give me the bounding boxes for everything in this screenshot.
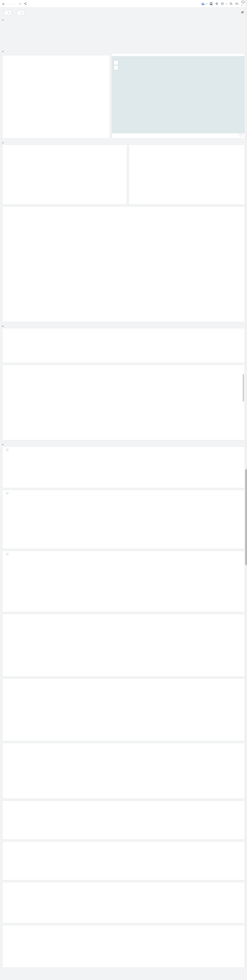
precipitation-panel (2, 882, 245, 923)
wind-speed-legend (3, 681, 244, 683)
top-navbar: ≡ › › › ☆ ▾ ⚙ ▾ ⟳▾ (0, 0, 247, 8)
navbar-actions: ▾ ⚙ ▾ ⟳▾ ▾ (202, 1, 245, 6)
refresh-icon[interactable]: ⟳▾ (235, 2, 239, 5)
info-icon[interactable]: ⓘ (6, 448, 8, 452)
dashboard-page: ≡ › › › ☆ ▾ ⚙ ▾ ⟳▾ (0, 0, 247, 968)
raw-data-table-title (3, 365, 244, 368)
nearby-stations-panel (2, 55, 110, 138)
raw-table-scrollbar[interactable] (243, 374, 244, 402)
sea-level-pressure-legend (3, 617, 244, 619)
sea-level-pressure-panel (2, 614, 245, 676)
breadcrumb: › › › (6, 3, 17, 5)
variables-bar: ▾ ▾ (0, 8, 247, 18)
info-icon[interactable]: ⓘ (6, 492, 8, 495)
metadata-id-panel (2, 22, 72, 47)
visibility-panel (2, 842, 245, 880)
star-icon[interactable]: ☆ (19, 2, 22, 5)
wind-direction-legend (3, 746, 244, 748)
section-metadata[interactable]: ▾ (0, 18, 247, 22)
map-title (112, 54, 244, 56)
metadata-stats (74, 22, 245, 47)
wind-speed-panel (2, 678, 245, 741)
wind-direction-panel (2, 743, 245, 799)
obs-per-day-title (3, 328, 244, 331)
station-select[interactable]: ▾ (4, 10, 11, 15)
display-mode-icon[interactable]: ▾ (242, 1, 245, 6)
map-attribution-icon[interactable]: i (239, 133, 243, 137)
temperature-panel: ⓘ (2, 490, 245, 549)
dew-point-panel: ⓘ (2, 551, 245, 612)
dew-point-legend (3, 557, 244, 558)
page-scrollbar-thumb[interactable] (245, 469, 247, 565)
world-map[interactable] (112, 56, 244, 134)
breadcrumb-separator: › (14, 3, 15, 5)
menu-icon[interactable]: ≡ (2, 2, 4, 6)
monthly-summary-title (129, 145, 244, 147)
map-zoom-out-button[interactable] (114, 65, 118, 70)
obs-per-day-panel (2, 328, 245, 363)
share-icon[interactable] (24, 2, 27, 5)
breadcrumb-separator: › (8, 3, 8, 5)
save-dashboard-icon[interactable] (210, 2, 213, 5)
map-zoom-in-button[interactable] (114, 60, 118, 65)
observations-panel (2, 145, 127, 205)
weather-status-panel: ⓘ (2, 446, 245, 488)
section-raw-data[interactable]: ▾ (0, 324, 247, 328)
section-weather-elements[interactable]: ▾ (0, 442, 247, 446)
snow-depth-panel (2, 925, 245, 968)
page-scrollbar[interactable] (245, 0, 247, 968)
isd-link[interactable] (241, 11, 245, 14)
section-summary[interactable]: ▾ (0, 140, 247, 145)
raw-data-table-panel (2, 365, 245, 440)
info-icon[interactable]: ⓘ (6, 552, 8, 556)
temperature-legend (3, 496, 244, 498)
time-range-picker[interactable]: ▾ (221, 2, 227, 5)
map-panel: i (112, 53, 245, 138)
month-select[interactable]: ▾ (17, 10, 24, 15)
visibility-legend (3, 844, 244, 846)
zoom-out-icon[interactable] (230, 2, 233, 5)
observations-title (3, 145, 127, 147)
daily-summary-title (3, 207, 244, 209)
daily-summary-panel (2, 207, 245, 322)
breadcrumb-separator: › (11, 3, 12, 5)
settings-icon[interactable]: ⚙ (215, 2, 218, 5)
add-panel-button[interactable]: ▾ (202, 2, 207, 5)
section-location[interactable]: ▾ (0, 49, 247, 53)
cloud-amount-panel (2, 800, 245, 840)
monthly-summary-panel (129, 145, 245, 205)
